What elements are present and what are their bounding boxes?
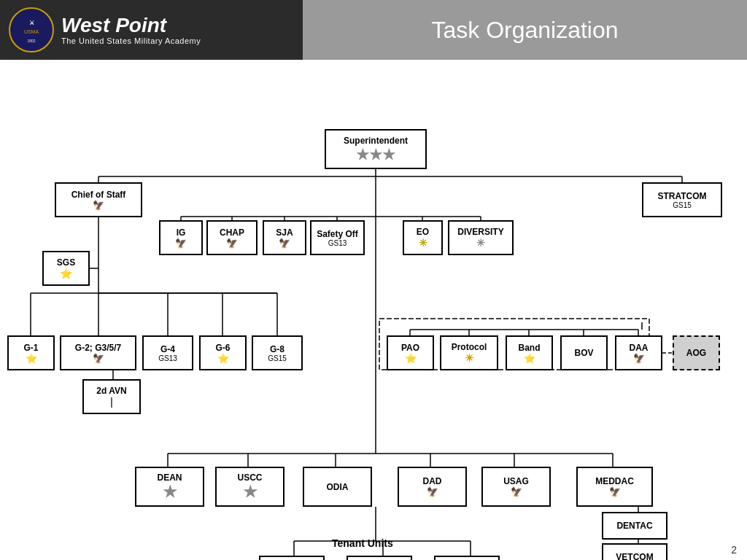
dentac-label: DENTAC bbox=[616, 521, 652, 531]
bov-box: BOV bbox=[560, 335, 608, 370]
meddac-box: MEDDAC 🦅 bbox=[576, 467, 653, 507]
pao-label: PAO bbox=[401, 343, 419, 353]
stratcom-sub: GS15 bbox=[673, 201, 692, 209]
diversity-icon: ✳ bbox=[476, 237, 485, 249]
header: ⚔ USMA 1802 West Point The United States… bbox=[0, 0, 747, 60]
school-name: West Point bbox=[61, 15, 201, 37]
ig-label: IG bbox=[177, 228, 186, 238]
west-point-crest: ⚔ USMA 1802 bbox=[9, 7, 54, 52]
g6-box: G-6 ⭐ bbox=[199, 335, 247, 370]
odia-box: ODIA bbox=[303, 467, 372, 507]
vetcom-box: VETCOM bbox=[602, 543, 667, 560]
protocol-box: Protocol ☀ bbox=[440, 335, 498, 370]
g4-sub: GS13 bbox=[158, 354, 177, 362]
page-number: 2 bbox=[731, 544, 737, 556]
chief-of-staff-icon: 🦅 bbox=[93, 200, 104, 211]
usag-icon: 🦅 bbox=[511, 486, 522, 497]
aog-label: AOG bbox=[686, 348, 706, 358]
g1-icon: ⭐ bbox=[26, 353, 37, 364]
g1-box: G-1 ⭐ bbox=[7, 335, 55, 370]
stratcom-label: STRATCOM bbox=[657, 191, 706, 201]
band-box: Band ⭐ bbox=[506, 335, 553, 370]
protocol-label: Protocol bbox=[452, 342, 487, 352]
chap-icon: 🦅 bbox=[226, 238, 238, 249]
eo-icon: ✳ bbox=[419, 237, 427, 249]
sja-label: SJA bbox=[276, 228, 293, 238]
band-label: Band bbox=[519, 343, 541, 353]
chap-box: CHAP 🦅 bbox=[206, 220, 258, 255]
dean-label: DEAN bbox=[157, 472, 182, 483]
g6-label: G-6 bbox=[215, 343, 230, 353]
header-right: Task Organization bbox=[303, 0, 747, 60]
g6-icon: ⭐ bbox=[217, 353, 229, 364]
sgs-box: SGS ⭐ bbox=[42, 251, 90, 286]
dad-label: DAD bbox=[423, 476, 442, 486]
safety-off-label: Safety Off bbox=[317, 229, 358, 239]
sgs-icon: ⭐ bbox=[60, 268, 72, 279]
superintendent-label: Superintendent bbox=[344, 136, 408, 146]
pao-icon: ⭐ bbox=[405, 353, 417, 364]
2d-avn-label: 2d AVN bbox=[96, 386, 126, 396]
svg-text:⚔: ⚔ bbox=[29, 20, 34, 26]
g4-label: G-4 bbox=[160, 344, 175, 354]
svg-text:USMA: USMA bbox=[24, 29, 39, 34]
ig-box: IG 🦅 bbox=[159, 220, 203, 255]
usag-box: USAG 🦅 bbox=[481, 467, 551, 507]
aog-box: AOG bbox=[673, 335, 720, 370]
sgs-label: SGS bbox=[57, 257, 75, 268]
odia-label: ODIA bbox=[327, 482, 349, 492]
meddac-icon: 🦅 bbox=[609, 486, 621, 497]
pao-box: PAO ⭐ bbox=[387, 335, 434, 370]
header-text: West Point The United States Military Ac… bbox=[61, 15, 201, 46]
school-subtitle: The United States Military Academy bbox=[61, 36, 201, 45]
daa-box: DAA 🦅 bbox=[615, 335, 662, 370]
superintendent-box: Superintendent ★★★ bbox=[325, 129, 427, 169]
eo-box: EO ✳ bbox=[403, 220, 443, 255]
dad-icon: 🦅 bbox=[427, 486, 438, 497]
g2-box: G-2; G3/5/7 🦅 bbox=[60, 335, 136, 370]
org-chart: Superintendent ★★★ Chief of Staff 🦅 STRA… bbox=[0, 60, 747, 560]
stratcom-box: STRATCOM GS15 bbox=[642, 182, 722, 217]
g2-icon: 🦅 bbox=[93, 353, 104, 364]
dad-box: DAD 🦅 bbox=[398, 467, 467, 507]
chief-of-staff-label: Chief of Staff bbox=[71, 190, 126, 200]
usag-label: USAG bbox=[503, 476, 529, 486]
sja-box: SJA 🦅 bbox=[263, 220, 306, 255]
diversity-box: DIVERSITY ✳ bbox=[448, 220, 514, 255]
bov-label: BOV bbox=[574, 348, 593, 358]
g8-label: G-8 bbox=[270, 344, 285, 354]
g2-label: G-2; G3/5/7 bbox=[75, 343, 121, 353]
safety-off-sub: GS13 bbox=[328, 239, 347, 247]
meddac-label: MEDDAC bbox=[595, 476, 634, 486]
chap-label: CHAP bbox=[220, 228, 244, 238]
protocol-icon: ☀ bbox=[465, 352, 474, 364]
diversity-label: DIVERSITY bbox=[457, 227, 503, 237]
g4-box: G-4 GS13 bbox=[142, 335, 193, 370]
g8-box: G-8 GS15 bbox=[252, 335, 303, 370]
chief-of-staff-box: Chief of Staff 🦅 bbox=[55, 182, 142, 217]
ig-icon: 🦅 bbox=[175, 238, 187, 249]
band-icon: ⭐ bbox=[524, 353, 535, 364]
vetcom-label: VETCOM bbox=[616, 552, 653, 560]
uscc-box: USCC ★ bbox=[215, 467, 285, 507]
uscc-icon: ★ bbox=[243, 483, 258, 502]
header-left: ⚔ USMA 1802 West Point The United States… bbox=[0, 0, 303, 60]
cape-box: CAPE 🦅 bbox=[259, 556, 325, 560]
daa-icon: 🦅 bbox=[633, 353, 645, 364]
2d-avn-icon: | bbox=[110, 396, 113, 408]
daa-label: DAA bbox=[630, 343, 649, 353]
us-mint-box: US Mint bbox=[347, 556, 412, 560]
superintendent-icon: ★★★ bbox=[356, 146, 395, 163]
cid-box: CID bbox=[434, 556, 500, 560]
uscc-label: USCC bbox=[237, 472, 262, 483]
dean-box: DEAN ★ bbox=[135, 467, 204, 507]
safety-off-box: Safety Off GS13 bbox=[310, 220, 365, 255]
g1-label: G-1 bbox=[23, 343, 38, 353]
eo-label: EO bbox=[417, 227, 429, 237]
dean-icon: ★ bbox=[163, 483, 177, 502]
svg-text:1802: 1802 bbox=[27, 39, 35, 43]
page-title: Task Organization bbox=[431, 17, 618, 44]
dentac-box: DENTAC bbox=[602, 512, 667, 540]
2d-avn-box: 2d AVN | bbox=[82, 379, 141, 414]
tenant-units-label: Tenant Units bbox=[332, 537, 393, 549]
